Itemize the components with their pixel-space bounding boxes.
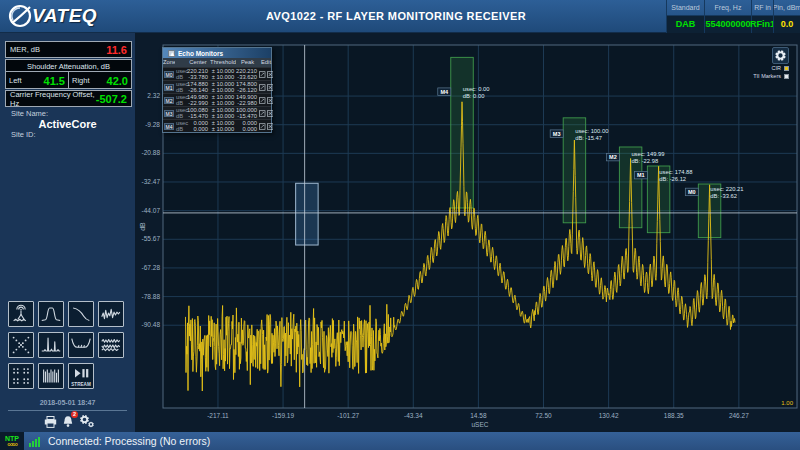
echo-peak-cell: 174.800-26.120 (236, 81, 259, 93)
chart-text: -20.88 (142, 149, 161, 156)
rf-spectrum-button[interactable] (8, 301, 34, 327)
chart-text: -78.88 (142, 293, 161, 300)
edit-zone-button[interactable] (259, 110, 266, 117)
cfo-value: -507.2 (96, 93, 127, 105)
edit-zone-button[interactable] (259, 84, 266, 91)
echo-table-header: ZoneCenterThresholdPeakEdit (163, 58, 271, 67)
echo-column-label: Threshold (210, 58, 236, 67)
shoulder-mask-button[interactable] (38, 301, 64, 327)
site-id-label: Site ID: (11, 130, 36, 139)
chart-text: usec: 149.99 (631, 151, 664, 157)
edit-zone-button[interactable] (259, 97, 266, 104)
zone-badge: M0 (164, 71, 174, 78)
chart-legend: CIR TII Markers (753, 65, 789, 81)
cir-checkbox[interactable] (784, 66, 789, 71)
echo-zone-row: M3usecdB100.080-15.470± 10.000± 10.00010… (163, 106, 271, 119)
collapse-window-button[interactable]: ▲ (168, 50, 175, 57)
rf-status-column-header: RF in (751, 0, 773, 15)
chart-area: 2.32-9.28-20.88-32.47-44.07-55.67-67.28-… (135, 33, 800, 432)
shoulder-right-label: Right (72, 76, 90, 85)
constellation-x-button[interactable] (8, 332, 34, 358)
constellation-grid-button[interactable] (8, 363, 34, 389)
zoom-selection-box[interactable] (296, 183, 318, 245)
print-button[interactable] (44, 414, 57, 432)
echo-monitors-table: ZoneCenterThresholdPeakEditM0usecdB220.2… (163, 58, 271, 132)
chart-text: 246.27 (729, 412, 749, 419)
echo-threshold-cell: ± 10.000± 10.000 (210, 81, 236, 93)
delete-zone-button[interactable] (267, 84, 274, 91)
antenna-icon (9, 302, 33, 326)
echo-column-label: Center (186, 58, 210, 67)
site-name-value: ActiveCore (0, 118, 135, 130)
echo-peak-cell: 220.210-33.620 (236, 68, 259, 80)
rf-status-value: 0.0 (773, 15, 800, 33)
chart-text: 130.42 (599, 412, 619, 419)
chart-text: dB: -26.12 (659, 176, 686, 182)
chart-text: M0 (688, 189, 696, 195)
chart-text: dB: 0.00 (463, 93, 485, 99)
echo-column-label (175, 58, 186, 67)
zone-badge: M3 (164, 110, 174, 117)
echo-center-cell: 149.980-22.990 (186, 94, 210, 106)
chart-text: dB: -33.62 (710, 193, 737, 199)
chart-settings-button[interactable] (772, 47, 789, 64)
cfo-label: Carrier Frequency Offset, Hz (10, 90, 96, 108)
rf-status-table: StandardFreq, HzRF inPin, dBmDAB55400000… (666, 0, 800, 33)
mer-value: 11.6 (106, 44, 127, 56)
chart-text: -217.11 (207, 412, 229, 419)
signal-strength-icon (29, 436, 40, 447)
printer-icon (44, 416, 57, 428)
delete-zone-button[interactable] (267, 71, 274, 78)
echo-zone-M4[interactable] (451, 57, 473, 208)
page-title: AVQ1022 - RF LAYER MONITORING RECEIVER (126, 10, 666, 22)
chart-text: -9.28 (145, 121, 160, 128)
shoulder-left-label: Left (9, 76, 22, 85)
echo-column-label: Zone (163, 58, 175, 67)
shoulder-right-cell: Right 42.0 (69, 72, 131, 89)
impulse-icon (39, 333, 63, 357)
tii-markers-checkbox[interactable] (784, 74, 789, 79)
stream-button[interactable]: STREAM (68, 363, 94, 389)
chart-text: -43.34 (404, 412, 423, 419)
chart-text: dB: -15.47 (575, 135, 602, 141)
delete-zone-button[interactable] (267, 110, 274, 117)
spikes-icon (99, 302, 123, 326)
echo-center-cell: 220.210-33.780 (186, 68, 210, 80)
chart-text: usec: 220.21 (710, 186, 743, 192)
timestamp: 2018-05-01 18:47 (0, 399, 135, 406)
site-name-label: Site Name: (11, 109, 48, 118)
impulse-response-button[interactable] (38, 332, 64, 358)
echo-monitors-window: ▲ Echo Monitors ZoneCenterThresholdPeakE… (162, 47, 272, 133)
echo-column-label: Edit (259, 58, 273, 67)
carrier-frequency-offset-readout: Carrier Frequency Offset, Hz -507.2 (5, 90, 132, 107)
edit-zone-button[interactable] (259, 123, 266, 130)
echo-zone-row: M2usecdB149.980-22.990± 10.000± 10.00014… (163, 93, 271, 106)
channel-response-button[interactable] (68, 332, 94, 358)
zone-badge: M4 (164, 123, 174, 130)
shoulder-title: Shoulder Attenuation, dB (6, 60, 131, 72)
delete-zone-button[interactable] (267, 123, 274, 130)
mer-carriers-button[interactable] (98, 301, 124, 327)
ntp-indicator: NTP ∞∞ (0, 432, 24, 450)
rf-status-column-header: Freq, Hz (704, 0, 751, 15)
shoulder-left-value: 41.5 (44, 75, 65, 87)
shoulder-left-cell: Left 41.5 (6, 72, 69, 89)
alerts-badge: 2 (71, 411, 78, 418)
delete-zone-button[interactable] (267, 97, 274, 104)
settings-button[interactable] (79, 414, 95, 432)
echo-unit-cell: usecdB (175, 107, 186, 119)
echo-monitors-titlebar[interactable]: ▲ Echo Monitors (163, 48, 271, 58)
edit-zone-button[interactable] (259, 71, 266, 78)
logo-text: VATEQ (32, 5, 97, 27)
noise-trace-button[interactable] (98, 332, 124, 358)
echo-threshold-cell: ± 10.000± 10.000 (210, 120, 236, 132)
chart-text: dB (139, 222, 146, 231)
avateq-logo: VATEQ (6, 2, 126, 30)
rf-status-value: DAB (666, 15, 704, 33)
chart-text: -55.67 (142, 235, 161, 242)
ccdf-curve-button[interactable] (68, 301, 94, 327)
echo-zone-row: M0usecdB220.210-33.780± 10.000± 10.00022… (163, 67, 271, 80)
alerts-button[interactable]: 2 (62, 414, 74, 432)
spectrogram-button[interactable] (38, 363, 64, 389)
app-window: VATEQ AVQ1022 - RF LAYER MONITORING RECE… (0, 0, 800, 450)
